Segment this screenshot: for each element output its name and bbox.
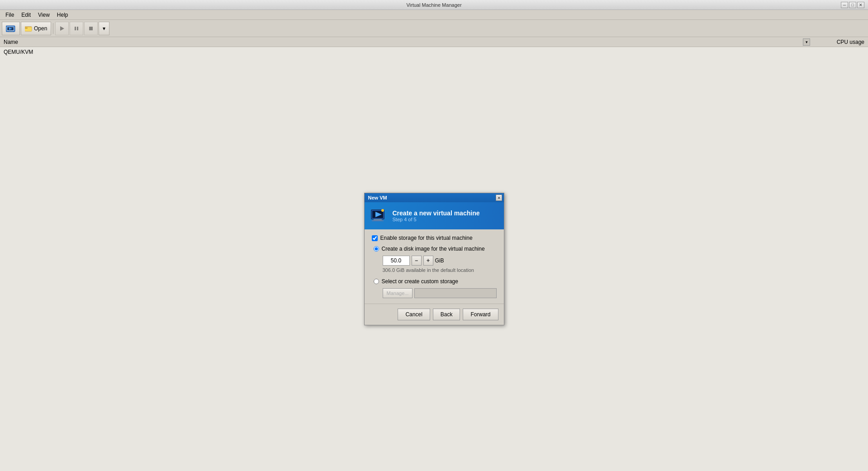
new-vm-dialog: New VM ✕ Create a new virtual mach xyxy=(364,193,504,325)
dialog-title-bar: New VM ✕ xyxy=(365,193,504,202)
increase-size-button[interactable]: + xyxy=(423,256,433,266)
close-button[interactable]: ✕ xyxy=(857,2,864,8)
pause-button[interactable] xyxy=(70,22,83,35)
dialog-heading: Create a new virtual machine xyxy=(393,209,480,217)
dialog-banner-text: Create a new virtual machine Step 4 of 5 xyxy=(393,209,480,222)
dialog-banner: Create a new virtual machine Step 4 of 5 xyxy=(365,202,504,229)
custom-storage-radio[interactable] xyxy=(374,279,379,284)
dialog-title: New VM xyxy=(368,195,387,200)
dialog-step: Step 4 of 5 xyxy=(393,217,480,222)
open-button[interactable]: Open xyxy=(21,22,51,35)
stop-button[interactable] xyxy=(84,22,98,35)
storage-path-input[interactable] xyxy=(414,288,496,298)
svg-rect-11 xyxy=(77,27,78,30)
svg-rect-12 xyxy=(89,27,93,30)
svg-rect-10 xyxy=(75,27,76,30)
dialog-body: Enable storage for this virtual machine … xyxy=(365,229,504,304)
dialog-footer: Cancel Back Forward xyxy=(365,304,504,325)
disk-unit-label: GiB xyxy=(435,257,444,264)
manage-button[interactable]: Manage... xyxy=(383,288,413,298)
svg-rect-5 xyxy=(8,32,14,32)
main-content: QEMU/KVM New VM ✕ xyxy=(0,47,868,471)
menu-bar: File Edit View Help xyxy=(0,10,868,20)
new-vm-button[interactable] xyxy=(2,22,20,35)
svg-rect-17 xyxy=(374,219,382,220)
app-title: Virtual Machine Manager xyxy=(406,2,461,8)
menu-edit[interactable]: Edit xyxy=(18,11,34,19)
enable-storage-checkbox[interactable] xyxy=(372,235,378,241)
run-button[interactable] xyxy=(55,22,69,35)
column-dropdown-btn[interactable]: ▾ xyxy=(803,38,810,46)
disk-size-input[interactable] xyxy=(383,256,410,266)
custom-storage-row: Select or create custom storage xyxy=(372,278,497,285)
create-disk-radio[interactable] xyxy=(374,246,379,252)
minimize-button[interactable]: ─ xyxy=(841,2,848,8)
manage-storage-row: Manage... xyxy=(383,288,497,298)
dialog-banner-icon xyxy=(370,207,388,225)
stop-icon xyxy=(88,26,94,31)
cpu-column-header: CPU usage xyxy=(810,39,864,45)
available-text: 306.0 GiB available in the default locat… xyxy=(383,267,497,273)
back-button[interactable]: Back xyxy=(433,309,460,320)
enable-storage-label: Enable storage for this virtual machine xyxy=(380,235,473,241)
vm-icon xyxy=(6,25,16,32)
svg-rect-18 xyxy=(372,220,384,221)
cancel-button[interactable]: Cancel xyxy=(398,309,430,320)
decrease-size-button[interactable]: − xyxy=(412,256,422,266)
create-disk-label: Create a disk image for the virtual mach… xyxy=(382,246,485,252)
column-header: Name ▾ CPU usage xyxy=(0,37,868,47)
play-icon xyxy=(59,26,65,31)
menu-view[interactable]: View xyxy=(34,11,53,19)
open-label: Open xyxy=(34,25,47,32)
menu-file[interactable]: File xyxy=(2,11,18,19)
dropdown-button[interactable]: ▾ xyxy=(99,22,109,35)
pause-icon xyxy=(74,26,79,31)
dialog-close-button[interactable]: ✕ xyxy=(496,195,502,201)
dialog-overlay: New VM ✕ Create a new virtual mach xyxy=(0,47,868,471)
folder-icon xyxy=(25,25,32,32)
svg-rect-8 xyxy=(25,28,28,29)
disk-size-row: − + GiB xyxy=(383,256,497,266)
window-controls: ─ □ ✕ xyxy=(841,2,864,8)
forward-button[interactable]: Forward xyxy=(463,309,498,320)
svg-marker-9 xyxy=(60,26,64,31)
toolbar: Open ▾ xyxy=(0,20,868,37)
name-column-header: Name xyxy=(4,39,803,45)
menu-help[interactable]: Help xyxy=(53,11,72,19)
dropdown-arrow: ▾ xyxy=(103,25,105,32)
title-bar: Virtual Machine Manager ─ □ ✕ xyxy=(0,0,868,10)
create-disk-row: Create a disk image for the virtual mach… xyxy=(372,246,497,252)
enable-storage-row: Enable storage for this virtual machine xyxy=(372,235,497,241)
toolbar-separator xyxy=(53,23,53,34)
custom-storage-label: Select or create custom storage xyxy=(382,278,458,285)
restore-button[interactable]: □ xyxy=(849,2,856,8)
